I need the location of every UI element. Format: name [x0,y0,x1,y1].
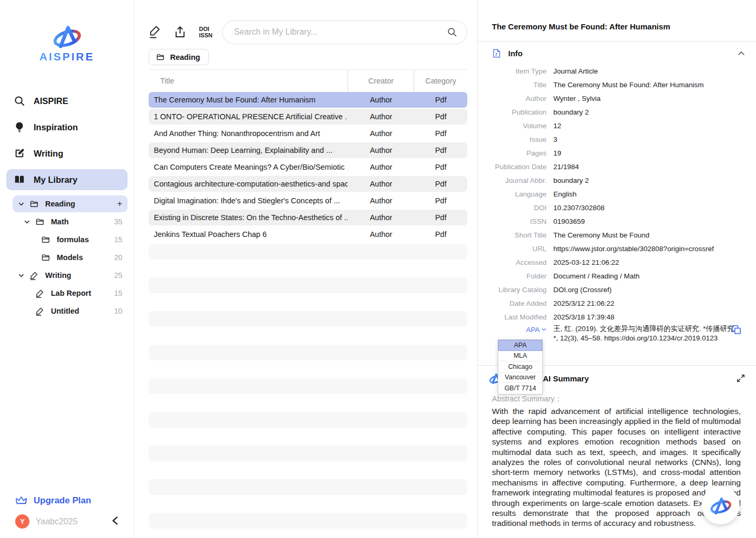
tree-item-formulas[interactable]: formulas 15 [24,231,128,248]
field-value[interactable]: Journal Article [553,65,598,78]
field-label: Pages [492,147,547,160]
add-folder-button[interactable]: + [117,199,122,209]
item-count: 35 [114,218,122,226]
column-header-title[interactable]: Title [149,77,348,85]
search-input[interactable] [234,27,447,37]
field-value[interactable]: The Ceremony Must be Found [553,229,649,242]
copy-citation-icon[interactable] [731,324,742,335]
metadata-fields: Item TypeJournal Article TitleThe Ceremo… [492,65,746,324]
placeholder-row [149,479,467,495]
placeholder-row [149,412,467,428]
field-value[interactable]: 21/1984 [553,160,579,174]
reading-filter-chip[interactable]: Reading [149,49,209,65]
tree-item-writing[interactable]: Writing 25 [13,267,128,284]
sidebar-item-my-library[interactable]: My Library [6,169,128,190]
field-value[interactable]: English [553,188,576,201]
item-title: The Ceremony Must be Found: After Humani… [492,22,746,31]
cell-category: Pdf [414,163,467,171]
field-value[interactable]: The Ceremony Must be Found: After Humani… [553,78,704,92]
table-row[interactable]: Can Computers Create Meanings? A Cyber/B… [149,159,467,175]
upgrade-plan-button[interactable]: Upgrade Plan [15,495,134,506]
column-header-creator[interactable]: Creator [348,70,414,92]
lightbulb-icon [14,121,25,133]
sidebar-item-writing[interactable]: Writing [6,143,128,164]
table-row[interactable]: The Ceremony Must be Found: After Humani… [149,92,467,108]
tree-item-untitled[interactable]: Untitled 10 [18,303,128,319]
sidebar-item-inspiration[interactable]: Inspiration [6,117,128,138]
field-value[interactable]: https://www.jstor.org/stable/302808?orig… [553,242,714,256]
ai-assistant-floating-button[interactable] [701,486,740,524]
field-label: Issue [492,133,547,147]
doi-issn-button[interactable]: DOI ISSN [199,26,213,38]
field-value[interactable]: Document / Reading / Math [553,270,639,283]
cell-category: Pdf [414,96,467,104]
field-value[interactable]: 2025/3/12 21:06:22 [553,297,614,311]
cell-title: Digital Imagination: Ihde's and Stiegler… [149,196,348,205]
app-window: AISPIRE AISPIRE Inspiration [0,0,756,538]
tree-item-lab-report[interactable]: Lab Report 15 [18,285,128,302]
edit-pencil-icon[interactable] [149,25,161,39]
chevron-down-icon[interactable] [18,272,25,279]
folder-icon [35,217,45,226]
field-row: Journal Abbr.boundary 2 [492,174,746,188]
field-value[interactable]: 12 [553,119,561,133]
menu-item-mla[interactable]: MLA [498,351,542,362]
table-row[interactable]: Jenkins Textual Poachers Chap 6 Author P… [149,226,467,242]
tree-item-models[interactable]: Models 20 [24,249,128,266]
field-value[interactable]: DOI.org (Crossref) [553,283,612,297]
field-value[interactable]: boundary 2 [553,106,589,119]
cell-title: Beyond Human: Deep Learning, Explainabil… [149,146,348,154]
search-icon[interactable] [447,27,457,37]
chevron-down-icon [541,327,547,332]
cell-category: Pdf [414,180,467,188]
menu-item-apa[interactable]: APA [498,340,542,351]
table-row[interactable]: 1 ONTO- OPERATIONAL PRESENCE Artificial … [149,109,467,125]
cell-title: 1 ONTO- OPERATIONAL PRESENCE Artificial … [149,112,348,121]
field-row: Item TypeJournal Article [492,65,746,78]
collapse-sidebar-icon[interactable] [110,515,121,526]
tree-item-reading[interactable]: Reading + [13,195,128,212]
chevron-up-icon[interactable] [737,49,746,58]
field-value[interactable]: 19 [553,147,561,160]
field-value[interactable]: 10.2307/302808 [553,201,605,215]
item-count: 25 [114,271,122,280]
placeholder-row [149,311,467,327]
library-toolbar: DOI ISSN [149,20,467,44]
table-row[interactable]: Beyond Human: Deep Learning, Explainabil… [149,142,467,158]
table-row[interactable]: Existing in Discrete States: On the Tech… [149,210,467,225]
table-row[interactable]: And Another Thing: Nonanthropocentrism a… [149,126,467,141]
table-row[interactable]: Digital Imagination: Ihde's and Stiegler… [149,193,467,209]
sidebar-item-label: Inspiration [34,122,78,132]
field-value[interactable]: 01903659 [553,215,585,229]
share-export-icon[interactable] [174,25,186,39]
field-label: Date Added [492,297,547,311]
field-value[interactable]: boundary 2 [553,174,589,188]
cell-category: Pdf [414,213,467,222]
logo-wordmark: AISPIRE [39,50,94,63]
menu-item-gbt7714[interactable]: GB/T 7714 [498,383,542,394]
item-count: 10 [114,307,122,315]
table-row[interactable]: Contagious architecture-computation-aest… [149,176,467,192]
field-label: Item Type [492,65,547,78]
sidebar-item-aispire[interactable]: AISPIRE [6,90,128,111]
field-value[interactable]: 2025/3/18 17:39:48 [553,311,614,324]
placeholder-row [149,277,467,293]
field-row: LanguageEnglish [492,188,746,201]
field-label: Volume [492,119,547,133]
column-header-category[interactable]: Category [414,77,467,85]
library-search[interactable] [222,20,467,44]
chevron-down-icon[interactable] [24,219,30,225]
menu-item-vancouver[interactable]: Vancouver [498,373,542,384]
expand-icon[interactable] [736,374,746,383]
field-value[interactable]: Wynter , Sylvia [553,92,601,106]
info-document-icon [492,48,501,58]
chevron-down-icon[interactable] [18,201,25,208]
cell-creator: Author [348,146,414,154]
field-label: Folder [492,270,547,283]
menu-item-chicago[interactable]: Chicago [498,361,542,373]
placeholder-row [149,345,467,360]
tree-item-math[interactable]: Math 35 [18,213,128,230]
field-row: Accessed2025-03-12 21:06:22 [492,256,746,270]
field-value[interactable]: 2025-03-12 21:06:22 [553,256,619,270]
field-value[interactable]: 3 [553,133,558,147]
